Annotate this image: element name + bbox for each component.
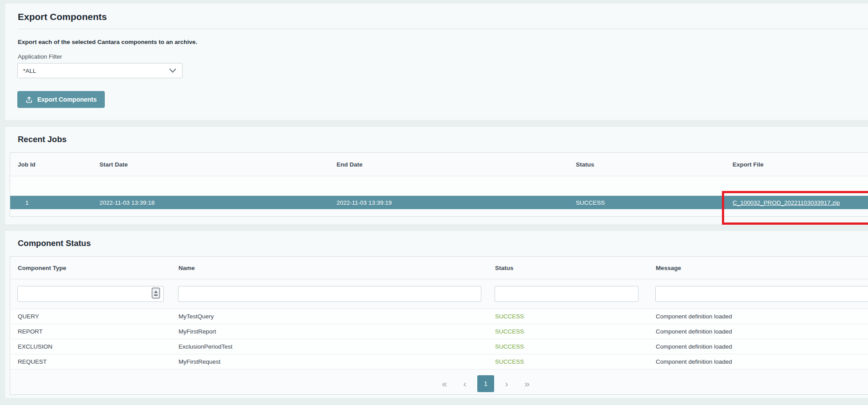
component-status-header-row: Component Type Name Status Message bbox=[10, 257, 868, 279]
application-filter-label: Application Filter bbox=[18, 53, 868, 60]
component-status-title: Component Status bbox=[5, 231, 868, 256]
col-header-end-date: End Date bbox=[329, 161, 568, 168]
col-header-export-file: Export File bbox=[725, 161, 868, 168]
component-row[interactable]: EXCLUSION ExclusionPeriodTest SUCCESS Co… bbox=[10, 339, 868, 354]
component-type-cell: QUERY bbox=[10, 313, 171, 320]
page: Export Components Export each of the sel… bbox=[0, 0, 868, 405]
component-type-cell: REQUEST bbox=[10, 358, 171, 365]
export-file-link[interactable]: C_100032_PROD_20221103033917.zip bbox=[733, 199, 840, 206]
pagination-page-1-button[interactable]: 1 bbox=[477, 375, 494, 392]
status-filter-input[interactable] bbox=[495, 286, 638, 302]
col-header-component-type: Component Type bbox=[10, 265, 171, 271]
component-status-cell: SUCCESS bbox=[488, 343, 648, 350]
job-start-date-cell: 2022-11-03 13:39:18 bbox=[92, 199, 329, 206]
application-filter-value: *ALL bbox=[23, 68, 36, 74]
pagination-next-button[interactable]: › bbox=[499, 375, 515, 392]
export-components-button-label: Export Components bbox=[37, 96, 97, 103]
pagination: « ‹ 1 › » bbox=[57, 369, 868, 395]
export-components-panel: Export Components Export each of the sel… bbox=[5, 4, 868, 120]
job-row-selected[interactable]: 1 2022-11-03 13:39:18 2022-11-03 13:39:1… bbox=[10, 196, 868, 209]
col-header-job-id: Job Id bbox=[10, 161, 92, 168]
component-row[interactable]: REPORT MyFirstReport SUCCESS Component d… bbox=[10, 324, 868, 339]
job-export-file-cell: C_100032_PROD_20221103033917.zip bbox=[725, 199, 868, 206]
col-header-start-date: Start Date bbox=[92, 161, 329, 168]
job-id-cell: 1 bbox=[10, 199, 92, 206]
component-message-cell: Component definition loaded bbox=[648, 343, 868, 350]
pagination-first-button[interactable]: « bbox=[436, 375, 452, 392]
title-divider bbox=[18, 29, 868, 29]
export-components-button[interactable]: Export Components bbox=[17, 91, 105, 108]
component-name-cell: MyFirstRequest bbox=[171, 358, 488, 365]
component-type-filter-input[interactable] bbox=[17, 286, 164, 302]
component-message-cell: Component definition loaded bbox=[648, 358, 868, 365]
component-status-cell: SUCCESS bbox=[488, 313, 648, 320]
job-end-date-cell: 2022-11-03 13:39:19 bbox=[329, 199, 568, 206]
chevron-down-icon bbox=[169, 68, 177, 73]
component-message-cell: Component definition loaded bbox=[648, 328, 868, 335]
name-filter-input[interactable] bbox=[178, 286, 481, 302]
component-name-cell: ExclusionPeriodTest bbox=[171, 343, 488, 350]
component-row[interactable]: QUERY MyTestQuery SUCCESS Component defi… bbox=[10, 309, 868, 324]
message-filter-input[interactable] bbox=[655, 286, 868, 302]
component-name-cell: MyFirstReport bbox=[171, 328, 488, 335]
empty-row bbox=[10, 176, 868, 196]
combobox-stepper-icon[interactable] bbox=[151, 287, 160, 301]
panel-description: Export each of the selected Cantara comp… bbox=[18, 39, 868, 45]
filter-row bbox=[10, 279, 868, 309]
recent-jobs-title: Recent Jobs bbox=[5, 127, 868, 152]
page-title: Export Components bbox=[5, 4, 868, 22]
col-header-comp-status: Status bbox=[488, 265, 648, 271]
component-status-table: Component Type Name Status Message bbox=[10, 256, 868, 395]
component-status-cell: SUCCESS bbox=[488, 328, 648, 335]
job-status-cell: SUCCESS bbox=[568, 199, 725, 206]
component-row[interactable]: REQUEST MyFirstRequest SUCCESS Component… bbox=[10, 354, 868, 369]
pagination-last-button[interactable]: » bbox=[519, 375, 535, 392]
application-filter-select[interactable]: *ALL bbox=[17, 63, 182, 78]
recent-jobs-table: Job Id Start Date End Date Status Export… bbox=[10, 152, 868, 217]
recent-jobs-panel: Recent Jobs Job Id Start Date End Date S… bbox=[5, 127, 868, 224]
component-type-cell: REPORT bbox=[10, 328, 171, 335]
recent-jobs-header-row: Job Id Start Date End Date Status Export… bbox=[10, 153, 868, 176]
component-status-panel: Component Status Component Type Name Sta… bbox=[5, 231, 868, 398]
pagination-prev-button[interactable]: ‹ bbox=[457, 375, 473, 392]
component-type-cell: EXCLUSION bbox=[10, 343, 171, 350]
component-name-cell: MyTestQuery bbox=[171, 313, 488, 320]
upload-icon bbox=[25, 96, 33, 103]
col-header-status: Status bbox=[568, 161, 725, 168]
component-status-cell: SUCCESS bbox=[488, 358, 648, 365]
component-message-cell: Component definition loaded bbox=[648, 313, 868, 320]
col-header-message: Message bbox=[648, 265, 868, 271]
col-header-name: Name bbox=[171, 265, 488, 271]
